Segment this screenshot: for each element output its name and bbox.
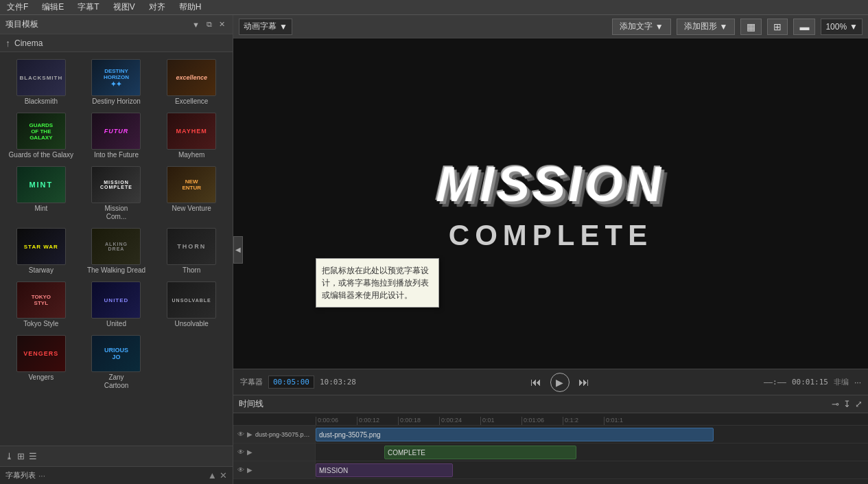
track-eye-icon[interactable]: 👁 (237, 448, 244, 456)
timeline-expand-btn[interactable]: ⤢ (855, 399, 863, 409)
grid-view-btn[interactable]: ▦ (740, 19, 762, 35)
thumb-label: Vengers (28, 373, 54, 382)
zoom-selector[interactable]: 100% ▼ (821, 19, 863, 35)
menu-item-align[interactable]: 对齐 (145, 0, 169, 14)
ruler-mark: 0:01 (480, 417, 521, 425)
thumb-label: Destiny Horizon (92, 97, 141, 106)
caption-mode-arrow: ▼ (279, 22, 288, 32)
thumb-destiny: DESTINYHORIZON✦✦ (91, 59, 141, 96)
footer-grid-btn[interactable]: ⊞ (17, 451, 25, 461)
track-block-label: MISSION (319, 467, 348, 474)
breadcrumb-up-btn[interactable]: ↑ (5, 38, 10, 49)
list-item[interactable]: MISSIONCOMPLETE MissionCom... (81, 165, 152, 222)
thumb-blacksmith: BLACKSMITH (16, 59, 66, 96)
timeline-controls: ⊸ ↧ ⤢ (832, 399, 863, 409)
thumbnails-container[interactable]: BLACKSMITH Blacksmith DESTINYHORIZON✦✦ D… (0, 52, 233, 446)
list-item[interactable]: STAR WAR Starway (5, 227, 77, 276)
footer-list-btn[interactable]: ☰ (29, 451, 37, 461)
thumb-mayhem: MAYHEM (167, 113, 216, 150)
track-eye-icon[interactable]: 👁 (237, 430, 244, 438)
menu-item-file[interactable]: 文件F (3, 0, 32, 14)
ruler-mark: 0:00:18 (398, 417, 439, 425)
list-item[interactable]: NEWENTUR New Venture (156, 165, 227, 222)
panel-close-btn[interactable]: ✕ (217, 19, 227, 30)
caption-mode-select[interactable]: 动画字幕 ▼ (239, 19, 292, 35)
list-item[interactable]: ALKINGDREA The Walking Dread (81, 227, 152, 276)
thumb-label: MissionCom... (105, 205, 128, 221)
ruler-marks: 0:00:06 0:00:12 0:00:18 0:00:24 0:01 0:0… (316, 417, 645, 425)
track-content[interactable]: MISSION (316, 461, 868, 479)
menu-item-view[interactable]: 视图V (109, 0, 139, 14)
add-text-arrow: ▼ (655, 22, 664, 32)
add-shape-label: 添加图形 (684, 21, 717, 32)
ruler-mark: 0:01:1 (604, 417, 645, 425)
thumb-zany: URIOUSJO (91, 335, 141, 372)
caption-mode-label: 动画字幕 (244, 21, 277, 32)
timeline-track: 👁 ▶ dust-png-35075.png dust-png-35075.pn… (233, 426, 868, 443)
total-time-display: 10:03:28 (320, 378, 356, 387)
skip-forward-btn[interactable]: ⏭ (575, 373, 593, 391)
timeline-ruler: 0:00:06 0:00:12 0:00:18 0:00:24 0:01 0:0… (233, 413, 868, 426)
list-item[interactable]: FUTUR Into the Future (81, 111, 152, 161)
thumb-label: Blacksmith (25, 97, 58, 106)
list-item[interactable]: URIOUSJO ZanyCartoon (81, 334, 152, 391)
sub-panel-expand-btn[interactable]: ▲ (208, 470, 217, 481)
list-item[interactable]: GUARDSOF THEGALAXY Guards of the Galaxy (5, 111, 77, 161)
top-toolbar: 动画字幕 ▼ 添加文字 ▼ 添加图形 ▼ ▦ ⊞ ▬ 100% ▼ (233, 15, 868, 38)
thumb-future: FUTUR (91, 113, 141, 150)
layout1-btn[interactable]: ⊞ (767, 19, 788, 35)
panel-header: 项目模板 ▼ ⧉ ✕ (0, 15, 233, 34)
layout2-btn[interactable]: ▬ (793, 19, 815, 35)
timeline-snap-btn[interactable]: ⊸ (832, 399, 839, 409)
track-content[interactable]: COMPLETE (316, 443, 868, 461)
footer-download-btn[interactable]: ⤓ (5, 451, 13, 461)
mission-title: MISSION (436, 156, 666, 212)
track-eye-icon[interactable]: 👁 (237, 466, 244, 474)
panel-expand-arrow[interactable]: ◀ (233, 236, 243, 264)
sub-panel-dots[interactable]: ··· (38, 471, 45, 481)
thumb-thorn: THORN (167, 228, 216, 265)
track-block[interactable]: dust-png-35075.png (316, 428, 714, 441)
sub-panel-close-btn[interactable]: ✕ (220, 470, 227, 481)
panel-float-btn[interactable]: ⧉ (204, 19, 214, 30)
skip-back-btn[interactable]: ⏮ (527, 373, 545, 391)
preview-content: MISSION COMPLETE (436, 156, 664, 252)
list-item[interactable]: THORN Thorn (156, 227, 227, 276)
list-item[interactable]: DESTINYHORIZON✦✦ Destiny Horizon (81, 58, 152, 107)
duration-display: ——:—— (764, 378, 786, 387)
list-item[interactable]: MAYHEM Mayhem (156, 111, 227, 161)
add-text-btn[interactable]: 添加文字 ▼ (612, 19, 671, 35)
list-item[interactable]: VENGERS Vengers (5, 334, 77, 391)
panel-collapse-btn[interactable]: ▼ (190, 20, 202, 30)
add-shape-btn[interactable]: 添加图形 ▼ (677, 19, 736, 35)
track-expand-icon[interactable]: ▶ (247, 466, 253, 474)
list-item[interactable]: MINT Mint (5, 165, 77, 222)
thumb-label: The Walking Dread (87, 266, 145, 275)
menu-item-caption[interactable]: 字幕T (73, 0, 103, 14)
thumbnails-grid: BLACKSMITH Blacksmith DESTINYHORIZON✦✦ D… (5, 58, 227, 391)
complete-title: COMPLETE (449, 219, 653, 252)
menu-item-help[interactable]: 帮助H (175, 0, 206, 14)
play-btn[interactable]: ▶ (550, 373, 570, 392)
thumb-mint: MINT (16, 166, 66, 203)
list-item[interactable]: BLACKSMITH Blacksmith (5, 58, 77, 107)
list-item[interactable]: excellence Excellence (156, 58, 227, 107)
list-item[interactable]: UNITED United (81, 280, 152, 330)
thumb-label: Thorn (183, 266, 200, 275)
player-more-btn[interactable]: ··· (854, 378, 861, 387)
track-block[interactable]: COMPLETE (384, 446, 576, 459)
track-expand-icon[interactable]: ▶ (247, 448, 253, 456)
timeline-save-btn[interactable]: ↧ (843, 399, 851, 409)
list-item[interactable]: TOKYOSTYL Tokyo Style (5, 280, 77, 330)
track-expand-icon[interactable]: ▶ (247, 430, 253, 438)
current-time-display: 00:05:00 (268, 376, 314, 389)
panel-title: 项目模板 (5, 19, 38, 30)
track-block[interactable]: MISSION (316, 463, 453, 477)
track-content[interactable]: dust-png-35075.png (316, 426, 868, 443)
thumb-guards: GUARDSOF THEGALAXY (16, 113, 66, 150)
menu-item-edit[interactable]: 编辑E (38, 0, 68, 14)
track-block-label: COMPLETE (388, 449, 425, 457)
add-shape-arrow: ▼ (720, 22, 728, 32)
list-item[interactable]: UNSOLVABLE Unsolvable (156, 280, 227, 330)
panel-footer: ⤓ ⊞ ☰ (0, 446, 233, 466)
